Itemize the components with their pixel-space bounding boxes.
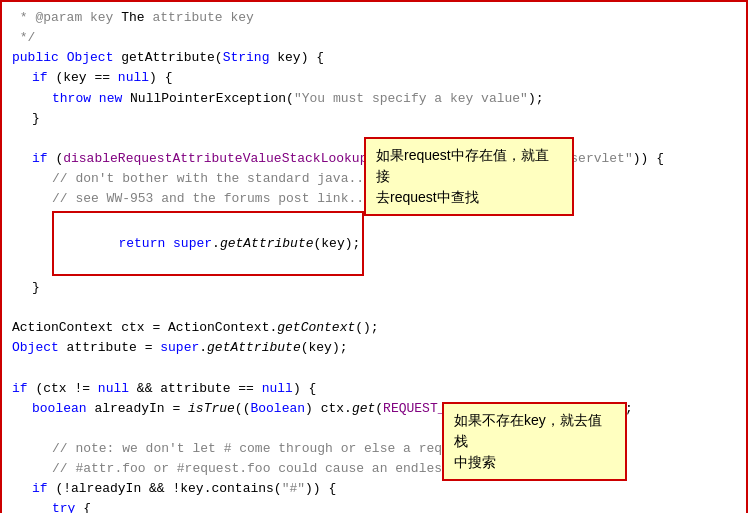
code-text: * @param key The attribute key bbox=[12, 8, 254, 28]
code-line: // note: we don't let # come through or … bbox=[12, 439, 736, 459]
code-text: } bbox=[32, 109, 40, 129]
code-line bbox=[12, 298, 736, 318]
annotation-top-text: 如果request中存在值，就直接去request中查找 bbox=[376, 147, 549, 205]
code-line bbox=[12, 419, 736, 439]
annotation-bottom: 如果不存在key，就去值栈中搜索 bbox=[442, 402, 627, 481]
code-text: // #attr.foo or #request.foo could cause… bbox=[52, 459, 489, 479]
code-line: return super.getAttribute(key); bbox=[12, 211, 736, 275]
code-line: } bbox=[12, 109, 736, 129]
code-line: if (key == null) { bbox=[12, 68, 736, 88]
code-line: } bbox=[12, 278, 736, 298]
code-line: Object attribute = super.getAttribute(ke… bbox=[12, 338, 736, 358]
code-line: try { bbox=[12, 499, 736, 513]
code-text: throw new NullPointerException("You must… bbox=[52, 89, 544, 109]
code-text: ActionContext ctx = ActionContext.getCon… bbox=[12, 318, 379, 338]
code-line: boolean alreadyIn = isTrue((Boolean) ctx… bbox=[12, 399, 736, 419]
code-viewer: * @param key The attribute key */ public… bbox=[0, 0, 748, 513]
annotation-top: 如果request中存在值，就直接去request中查找 bbox=[364, 137, 574, 216]
code-line: * @param key The attribute key bbox=[12, 8, 736, 28]
code-line: // #attr.foo or #request.foo could cause… bbox=[12, 459, 736, 479]
annotation-bottom-text: 如果不存在key，就去值栈中搜索 bbox=[454, 412, 602, 470]
code-line: throw new NullPointerException("You must… bbox=[12, 89, 736, 109]
code-text: } bbox=[32, 278, 40, 298]
code-text: // see WW-953 and the forums post link..… bbox=[52, 189, 372, 209]
code-text: public Object getAttribute(String key) { bbox=[12, 48, 324, 68]
code-text: Object attribute = super.getAttribute(ke… bbox=[12, 338, 348, 358]
code-content: * @param key The attribute key */ public… bbox=[2, 2, 746, 513]
code-line: ActionContext ctx = ActionContext.getCon… bbox=[12, 318, 736, 338]
code-text: try { bbox=[52, 499, 91, 513]
code-text: */ bbox=[12, 28, 35, 48]
code-text: // don't bother with the standard java bbox=[52, 169, 348, 189]
code-line: if (ctx != null && attribute == null) { bbox=[12, 379, 736, 399]
code-text: // note: we don't let # come through or … bbox=[52, 439, 504, 459]
code-line: if (!alreadyIn && !key.contains("#")) { bbox=[12, 479, 736, 499]
code-line bbox=[12, 358, 736, 378]
code-text: if (key == null) { bbox=[32, 68, 172, 88]
return-statement: return super.getAttribute(key); bbox=[52, 211, 364, 275]
code-text: if (ctx != null && attribute == null) { bbox=[12, 379, 316, 399]
code-line: public Object getAttribute(String key) { bbox=[12, 48, 736, 68]
code-line: */ bbox=[12, 28, 736, 48]
code-text: if (!alreadyIn && !key.contains("#")) { bbox=[32, 479, 336, 499]
